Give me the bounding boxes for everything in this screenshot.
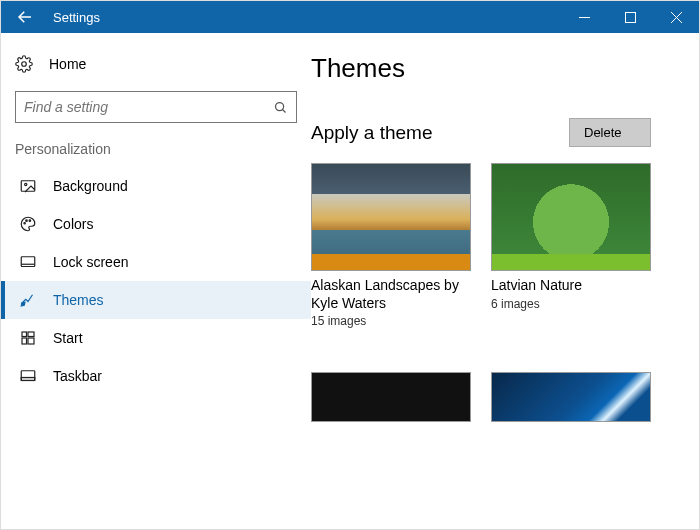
gear-icon bbox=[15, 55, 33, 73]
theme-name: Latvian Nature bbox=[491, 277, 651, 295]
theme-accent bbox=[312, 254, 470, 270]
titlebar: Settings bbox=[1, 1, 699, 33]
back-button[interactable] bbox=[1, 1, 49, 33]
page-title: Themes bbox=[311, 53, 681, 84]
arrow-left-icon bbox=[16, 8, 34, 26]
minimize-button[interactable] bbox=[561, 1, 607, 33]
maximize-button[interactable] bbox=[607, 1, 653, 33]
svg-line-7 bbox=[283, 109, 286, 112]
themes-grid: Alaskan Landscapes by Kyle Waters 15 ima… bbox=[311, 163, 681, 328]
theme-thumbnail[interactable] bbox=[491, 372, 651, 422]
theme-thumbnail[interactable] bbox=[311, 372, 471, 422]
svg-point-5 bbox=[22, 62, 27, 67]
sidebar-item-label: Themes bbox=[53, 292, 104, 308]
sidebar-item-label: Taskbar bbox=[53, 368, 102, 384]
theme-card[interactable]: Alaskan Landscapes by Kyle Waters 15 ima… bbox=[311, 163, 471, 328]
themes-grid-row2 bbox=[311, 372, 681, 422]
svg-point-12 bbox=[29, 220, 31, 222]
search-box[interactable] bbox=[15, 91, 297, 123]
sidebar-item-background[interactable]: Background bbox=[1, 167, 311, 205]
svg-rect-18 bbox=[28, 338, 34, 344]
sidebar-item-label: Start bbox=[53, 330, 83, 346]
sidebar-item-lockscreen[interactable]: Lock screen bbox=[1, 243, 311, 281]
main-pane: Themes Apply a theme Delete Alaskan Land… bbox=[311, 33, 699, 529]
sidebar-item-colors[interactable]: Colors bbox=[1, 205, 311, 243]
sidebar-item-start[interactable]: Start bbox=[1, 319, 311, 357]
start-icon bbox=[19, 329, 37, 347]
theme-card[interactable]: Latvian Nature 6 images bbox=[491, 163, 651, 328]
palette-icon bbox=[19, 215, 37, 233]
search-input[interactable] bbox=[24, 99, 273, 115]
theme-accent bbox=[492, 254, 650, 270]
home-label: Home bbox=[49, 56, 86, 72]
sidebar-item-taskbar[interactable]: Taskbar bbox=[1, 357, 311, 395]
theme-name: Alaskan Landscapes by Kyle Waters bbox=[311, 277, 471, 312]
theme-count: 15 images bbox=[311, 314, 471, 328]
svg-point-11 bbox=[26, 220, 28, 222]
svg-rect-13 bbox=[21, 257, 35, 267]
svg-rect-20 bbox=[21, 378, 35, 381]
close-button[interactable] bbox=[653, 1, 699, 33]
section-header: Apply a theme Delete bbox=[311, 118, 681, 147]
sidebar-item-label: Colors bbox=[53, 216, 93, 232]
svg-rect-15 bbox=[22, 332, 27, 337]
sidebar-item-label: Lock screen bbox=[53, 254, 128, 270]
svg-point-10 bbox=[24, 223, 26, 225]
theme-thumbnail bbox=[491, 163, 651, 271]
sidebar-item-label: Background bbox=[53, 178, 128, 194]
svg-point-9 bbox=[25, 183, 27, 185]
minimize-icon bbox=[579, 12, 590, 23]
svg-rect-17 bbox=[22, 338, 27, 344]
sidebar-group-label: Personalization bbox=[1, 141, 311, 167]
sidebar: Home Personalization Background Colors L… bbox=[1, 33, 311, 529]
search-icon bbox=[273, 100, 288, 115]
maximize-icon bbox=[625, 12, 636, 23]
svg-point-6 bbox=[276, 102, 284, 110]
svg-rect-2 bbox=[625, 12, 635, 22]
home-nav[interactable]: Home bbox=[1, 49, 311, 87]
section-title: Apply a theme bbox=[311, 122, 432, 144]
taskbar-icon bbox=[19, 367, 37, 385]
content-area: Home Personalization Background Colors L… bbox=[1, 33, 699, 529]
lock-screen-icon bbox=[19, 253, 37, 271]
close-icon bbox=[671, 12, 682, 23]
theme-count: 6 images bbox=[491, 297, 651, 311]
svg-rect-16 bbox=[28, 332, 34, 337]
picture-icon bbox=[19, 177, 37, 195]
delete-button[interactable]: Delete bbox=[569, 118, 651, 147]
theme-thumbnail bbox=[311, 163, 471, 271]
sidebar-item-themes[interactable]: Themes bbox=[1, 281, 311, 319]
themes-icon bbox=[19, 291, 37, 309]
window-title: Settings bbox=[49, 1, 561, 33]
